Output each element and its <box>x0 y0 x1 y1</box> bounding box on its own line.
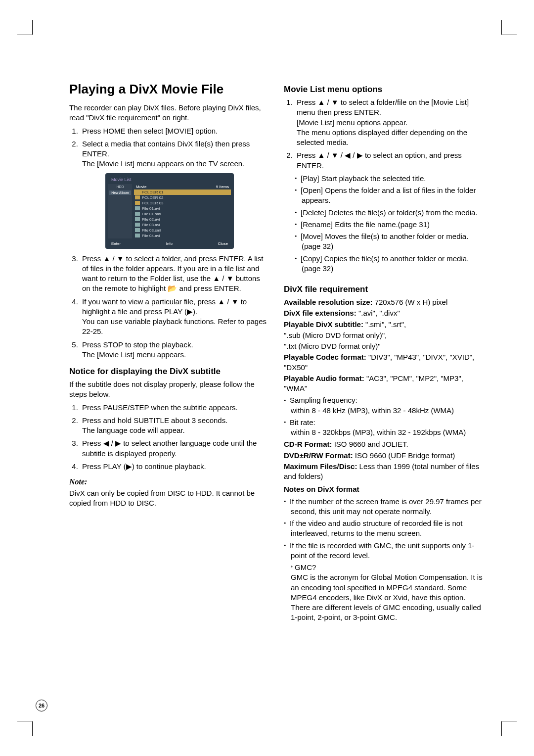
ss-row-name: File 02.avi <box>142 217 160 222</box>
crop-mark <box>501 20 502 35</box>
file-icon <box>135 212 140 216</box>
option-bullet: [Open] Opens the folder and a list of fi… <box>302 186 485 206</box>
folder-icon <box>135 190 140 194</box>
requirement-value: 720x576 (W x H) pixel <box>373 298 448 306</box>
ss-row: File 03.smi <box>134 228 231 233</box>
step: Press ◀ / ▶ to select another language c… <box>80 438 270 459</box>
option-bullet: [Play] Start playback the selected title… <box>302 174 485 184</box>
requirement-line: DivX file extensions: ".avi", ".divx" <box>284 308 485 318</box>
file-icon <box>135 234 140 237</box>
ss-row: File 04.avi <box>134 233 231 238</box>
options-bullets: [Play] Start playback the selected title… <box>284 174 485 274</box>
subtitle-intro: If the subtitle does not display properl… <box>69 379 270 400</box>
option-bullet: [Copy] Copies the file(s) to another fol… <box>302 254 485 274</box>
bullet: Sampling frequency: within 8 - 48 kHz (M… <box>291 395 485 416</box>
note-label: Note: <box>69 477 270 486</box>
ss-row: File 01.smi <box>134 211 231 217</box>
option-bullet: [Move] Moves the file(s) to another fold… <box>302 232 485 252</box>
gmc-star: * * GMC?GMC? <box>291 563 485 572</box>
ss-row-name: File 03.avi <box>142 223 160 227</box>
crop-mark <box>32 20 33 35</box>
ss-source-label: HDD <box>109 185 131 189</box>
ss-row: File 02.avi <box>134 217 231 222</box>
options-steps: Press ▲ / ▼ to select a folder/file on t… <box>284 97 485 171</box>
ss-footer-info: Info <box>166 241 173 246</box>
ss-header-left: Movie <box>136 185 146 189</box>
ss-row-name: File 04.avi <box>142 234 160 238</box>
subtitle-steps: Press PAUSE/STEP when the subtitle appea… <box>69 403 270 472</box>
requirement-value: ".avi", ".divx" <box>356 309 400 317</box>
note-body: DivX can only be copied from DISC to HDD… <box>69 488 270 509</box>
ss-row: File 01.avi <box>134 206 231 211</box>
option-bullet: [Rename] Edits the file name.(page 31) <box>302 220 485 230</box>
requirement-value: ISO 9660 and JOLIET. <box>332 440 408 448</box>
requirement-bullets-2: If the number of the screen frame is ove… <box>284 497 485 561</box>
folder-icon <box>135 195 140 199</box>
requirement-label: Maximum Files/Disc: <box>284 462 357 471</box>
file-icon <box>135 217 140 221</box>
crop-mark <box>501 721 502 736</box>
ss-row: FOLDER 02 <box>134 195 231 200</box>
crop-mark <box>17 35 32 35</box>
content-columns: Playing a DivX Movie File The recorder c… <box>69 82 485 625</box>
bullet: If the file is recorded with GMC, the un… <box>291 541 485 561</box>
ss-footer-enter: Enter <box>111 241 121 246</box>
file-icon <box>135 206 140 210</box>
step: Press PLAY (▶) to continue playback. <box>80 462 270 472</box>
requirement-line: Maximum Files/Disc: Less than 1999 (tota… <box>284 462 485 482</box>
requirement-label: DVD±R/RW Format: <box>284 451 353 460</box>
right-column: Movie List menu options Press ▲ / ▼ to s… <box>284 82 485 625</box>
requirement-value: ".txt (Micro DVD format only)" <box>284 342 381 350</box>
ss-row-name: File 01.avi <box>142 206 160 211</box>
crop-mark <box>502 721 517 721</box>
ss-row-name: File 01.smi <box>142 212 161 216</box>
requirement-line: Playable Codec format: "DIV3", "MP43", "… <box>284 352 485 373</box>
notes-header: Notes on DivX format <box>284 484 485 494</box>
crop-mark <box>32 721 33 736</box>
left-column: Playing a DivX Movie File The recorder c… <box>69 82 270 625</box>
ss-row-name: FOLDER 03 <box>142 201 164 205</box>
bullet: Bit rate: within 8 - 320kbps (MP3), with… <box>291 418 485 438</box>
requirement-lines-2: CD-R Format: ISO 9660 and JOLIET.DVD±R/R… <box>284 439 485 481</box>
requirement-heading: DivX file requirement <box>284 284 485 294</box>
requirement-line: Available resolution size: 720x576 (W x … <box>284 297 485 307</box>
requirement-line: ".txt (Micro DVD format only)" <box>284 341 485 351</box>
requirement-line: ".sub (Micro DVD format only)", <box>284 331 485 340</box>
gmc-body: GMC is the acronym for Global Motion Com… <box>291 572 485 622</box>
requirement-label: CD-R Format: <box>284 440 332 448</box>
requirement-label: Available resolution size: <box>284 298 373 306</box>
crop-mark <box>17 721 32 721</box>
crop-mark <box>502 35 517 35</box>
requirement-label: Playable DivX subtitle: <box>284 320 363 329</box>
requirement-label: Playable Codec format: <box>284 353 366 361</box>
requirement-value: ".sub (Micro DVD format only)", <box>284 331 387 339</box>
requirement-label: Playable Audio format: <box>284 374 364 382</box>
step: Press PAUSE/STEP when the subtitle appea… <box>80 403 270 413</box>
main-steps: Press HOME then select [MOVIE] option. S… <box>69 126 270 169</box>
requirement-line: DVD±R/RW Format: ISO 9660 (UDF Bridge fo… <box>284 451 485 461</box>
requirement-line: Playable DivX subtitle: ".smi", ".srt", <box>284 320 485 330</box>
step: Press ▲ / ▼ to select a folder, and pres… <box>80 254 270 294</box>
ss-title: Movie List <box>111 177 231 182</box>
bullet: If the number of the screen frame is ove… <box>291 497 485 517</box>
requirement-value: ISO 9660 (UDF Bridge format) <box>353 451 455 460</box>
movie-list-screenshot: Movie List HDD New Album Movie 9 Items F… <box>105 173 234 249</box>
ss-row: File 03.avi <box>134 222 231 228</box>
step: Press HOME then select [MOVIE] option. <box>80 126 270 136</box>
requirement-value: ".smi", ".srt", <box>363 320 406 329</box>
manual-page: Playing a DivX Movie File The recorder c… <box>0 0 534 756</box>
option-bullet: [Delete] Deletes the file(s) or folder(s… <box>302 208 485 218</box>
folder-icon <box>135 201 140 205</box>
requirement-lines: Available resolution size: 720x576 (W x … <box>284 297 485 393</box>
step: Press and hold SUBTITLE about 3 seconds.… <box>80 416 270 436</box>
page-number: 26 <box>36 700 47 711</box>
ss-row-name: FOLDER 02 <box>142 195 164 200</box>
ss-row-name: FOLDER 01 <box>142 190 164 194</box>
requirement-label: DivX file extensions: <box>284 309 356 317</box>
ss-row: FOLDER 01 <box>134 189 231 195</box>
file-icon <box>135 228 140 232</box>
requirement-line: CD-R Format: ISO 9660 and JOLIET. <box>284 439 485 449</box>
section-title: Playing a DivX Movie File <box>69 82 270 97</box>
requirement-line: Playable Audio format: "AC3", "PCM", "MP… <box>284 374 485 394</box>
ss-source: HDD New Album <box>108 184 132 238</box>
